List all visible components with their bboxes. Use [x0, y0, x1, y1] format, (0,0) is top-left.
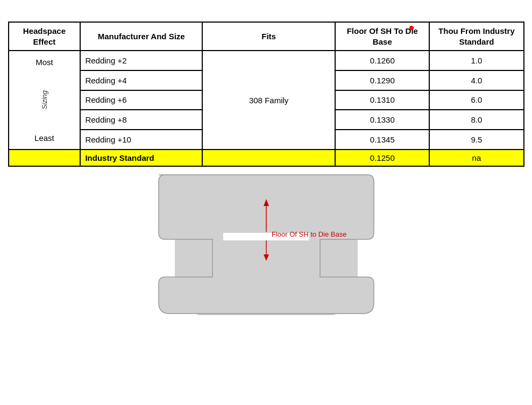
- headspace-merged-cell: Most Sizing Least: [9, 51, 81, 150]
- header-manufacturer: Manufacturer And Size: [80, 22, 202, 51]
- header-thou: Thou From Industry Standard: [429, 22, 523, 51]
- thou-cell: 1.0: [429, 51, 523, 70]
- red-dot-decoration: [409, 26, 414, 30]
- thou-cell: 4.0: [429, 70, 523, 90]
- headspace-empty-cell: [9, 150, 81, 166]
- industry-standard-cell: Industry Standard: [80, 150, 202, 166]
- sizing-vertical-label: Sizing: [41, 90, 48, 109]
- thou-cell: 9.5: [429, 130, 523, 150]
- floor-cell: 0.1330: [335, 110, 429, 130]
- manufacturer-cell: Redding +6: [80, 90, 202, 110]
- manufacturer-cell: Redding +4: [80, 70, 202, 90]
- fits-yellow-cell: [202, 150, 335, 166]
- manufacturer-cell: Redding +8: [80, 110, 202, 130]
- least-label: Least: [34, 133, 54, 143]
- thou-yellow-cell: na: [429, 150, 523, 166]
- header-headspace: Headspace Effect: [9, 22, 81, 51]
- thou-cell: 8.0: [429, 110, 523, 130]
- header-fits: Fits: [202, 22, 335, 51]
- diagram-container: Floor Of SH to Die Base: [8, 167, 524, 328]
- manufacturer-cell: Redding +2: [80, 51, 202, 70]
- thou-cell: 6.0: [429, 90, 523, 110]
- header-floor: Floor Of SH To Die Base: [335, 22, 429, 51]
- main-table-container: Headspace Effect Manufacturer And Size F…: [8, 22, 524, 167]
- die-diagram: Floor Of SH to Die Base: [143, 169, 390, 325]
- floor-cell: 0.1345: [335, 130, 429, 150]
- floor-yellow-cell: 0.1250: [335, 150, 429, 166]
- diagram-label: Floor Of SH to Die Base: [272, 230, 346, 238]
- manufacturer-cell: Redding +10: [80, 130, 202, 150]
- most-label: Most: [36, 58, 53, 67]
- fits-merged-cell: 308 Family: [202, 51, 335, 150]
- data-table: Headspace Effect Manufacturer And Size F…: [8, 22, 524, 167]
- floor-cell: 0.1290: [335, 70, 429, 90]
- floor-cell: 0.1260: [335, 51, 429, 70]
- floor-cell: 0.1310: [335, 90, 429, 110]
